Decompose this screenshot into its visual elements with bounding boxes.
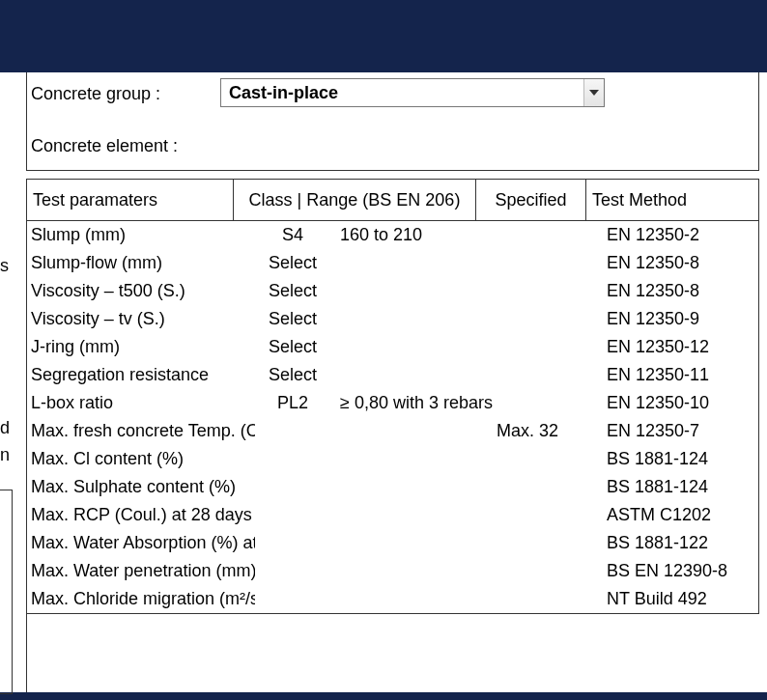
clipped-tab-char-n: n (0, 445, 12, 465)
table-row: Max. RCP (Coul.) at 28 daysASTM C1202 (27, 501, 758, 529)
table-row: Slump (mm)S4160 to 210EN 12350-2 (27, 221, 758, 249)
content-area: s d n Concrete group : Cast-in-place Con… (0, 72, 759, 692)
window-title-bar (0, 0, 767, 72)
col-header-parameters: Test paramaters (27, 180, 234, 220)
cell-class: Select (255, 365, 330, 385)
cell-class: Select (255, 337, 330, 357)
cell-test-method: EN 12350-9 (605, 309, 758, 329)
table-row: Max. Sulphate content (%)BS 1881-124 (27, 473, 758, 501)
cell-test-method: EN 12350-2 (605, 225, 758, 245)
cell-parameter: Max. Water penetration (mm) at 28 dys (27, 561, 255, 581)
cell-test-method: BS 1881-122 (605, 533, 758, 553)
cell-parameter: J-ring (mm) (27, 337, 255, 357)
table-row: Max. Cl content (%)BS 1881-124 (27, 445, 758, 473)
table-header-row: Test paramaters Class | Range (BS EN 206… (27, 179, 759, 221)
cell-parameter: Max. Chloride migration (m²/s) at 28 day… (27, 589, 255, 609)
cell-specified: Max. 32 (493, 421, 605, 441)
cell-parameter: L-box ratio (27, 393, 255, 413)
cell-class: Select (255, 253, 330, 273)
table-body: Slump (mm)S4160 to 210EN 12350-2Slump-fl… (27, 221, 759, 614)
cell-test-method: EN 12350-11 (605, 365, 758, 385)
cell-test-method: BS EN 12390-8 (605, 561, 758, 581)
table-row: Max. Water penetration (mm) at 28 dysBS … (27, 557, 758, 585)
cell-test-method: EN 12350-7 (605, 421, 758, 441)
window-bottom-bar (0, 692, 767, 700)
concrete-group-label: Concrete group : (31, 84, 160, 104)
table-row: J-ring (mm)SelectEN 12350-12 (27, 333, 758, 361)
chevron-down-icon[interactable] (583, 79, 604, 106)
clipped-tab-char-s: s (0, 256, 12, 276)
cell-test-method: BS 1881-124 (605, 449, 758, 469)
cell-class: Select (255, 281, 330, 301)
table-row: Segregation resistanceSelectEN 12350-11 (27, 361, 758, 389)
cell-test-method: EN 12350-8 (605, 281, 758, 301)
table-row: Max. Water Absorption (%) at 28 daysBS 1… (27, 529, 758, 557)
cell-parameter: Max. Cl content (%) (27, 449, 255, 469)
cell-parameter: Segregation resistance (27, 365, 255, 385)
cell-test-method: NT Build 492 (605, 589, 758, 609)
col-header-test-method: Test Method (586, 180, 759, 220)
table-row: L-box ratioPL2≥ 0,80 with 3 rebarsEN 123… (27, 389, 758, 417)
test-parameters-table: Test paramaters Class | Range (BS EN 206… (26, 179, 759, 692)
col-header-class-range: Class | Range (BS EN 206) (234, 180, 476, 220)
page-root: s d n Concrete group : Cast-in-place Con… (0, 0, 767, 700)
cell-parameter: Max. Water Absorption (%) at 28 days (27, 533, 255, 553)
cell-class: S4 (255, 225, 330, 245)
cell-test-method: EN 12350-8 (605, 253, 758, 273)
cell-test-method: BS 1881-124 (605, 477, 758, 497)
clipped-panel-border (0, 490, 13, 694)
cell-parameter: Max. Sulphate content (%) (27, 477, 255, 497)
concrete-definition-panel: Concrete group : Cast-in-place Concrete … (26, 72, 759, 171)
cell-class: PL2 (255, 393, 330, 413)
concrete-group-select[interactable]: Cast-in-place (220, 78, 605, 107)
cell-test-method: EN 12350-12 (605, 337, 758, 357)
table-row: Viscosity – t500 (S.)SelectEN 12350-8 (27, 277, 758, 305)
cell-test-method: EN 12350-10 (605, 393, 758, 413)
cell-parameter: Viscosity – tv (S.) (27, 309, 255, 329)
table-row: Viscosity – tv (S.)SelectEN 12350-9 (27, 305, 758, 333)
clipped-tab-char-d: d (0, 418, 12, 438)
cell-parameter: Slump-flow (mm) (27, 253, 255, 273)
table-row: Max. fresh concrete Temp. (C°)Max. 32EN … (27, 417, 758, 445)
cell-class: Select (255, 309, 330, 329)
cell-test-method: ASTM C1202 (605, 505, 758, 525)
cell-parameter: Viscosity – t500 (S.) (27, 281, 255, 301)
table-row: Max. Chloride migration (m²/s) at 28 day… (27, 585, 758, 613)
concrete-element-label: Concrete element : (31, 136, 178, 156)
cell-parameter: Max. fresh concrete Temp. (C°) (27, 421, 255, 441)
cell-parameter: Max. RCP (Coul.) at 28 days (27, 505, 255, 525)
table-row: Slump-flow (mm)SelectEN 12350-8 (27, 249, 758, 277)
cell-range: 160 to 210 (330, 225, 493, 245)
concrete-group-value: Cast-in-place (221, 83, 583, 103)
col-header-specified: Specified (476, 180, 586, 220)
cell-range: ≥ 0,80 with 3 rebars (330, 393, 493, 413)
cell-parameter: Slump (mm) (27, 225, 255, 245)
